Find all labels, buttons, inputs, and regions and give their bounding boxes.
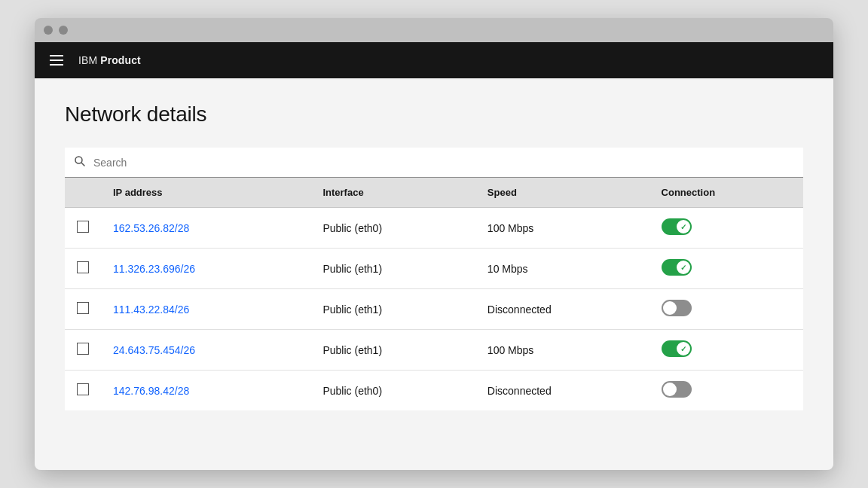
row-speed-cell: 10 Mbps: [475, 249, 649, 289]
ip-link[interactable]: 142.76.98.42/28: [113, 385, 189, 397]
ip-link[interactable]: 24.643.75.454/26: [113, 344, 195, 356]
row-ip-cell: 142.76.98.42/28: [101, 371, 310, 411]
app-window: IBM Product Network details IP address I…: [35, 18, 833, 470]
row-connection-cell: [649, 289, 803, 330]
page-title: Network details: [65, 102, 803, 127]
nav-title-bold: Product: [100, 54, 141, 66]
ip-link[interactable]: 111.43.22.84/26: [113, 303, 189, 316]
toggle-knob: ✓: [677, 220, 690, 233]
row-checkbox-cell: [65, 289, 101, 330]
app-title: IBM Product: [78, 54, 141, 66]
col-header-checkbox: [65, 178, 101, 208]
col-header-ip: IP address: [101, 178, 310, 208]
ip-link[interactable]: 162.53.26.82/28: [113, 222, 189, 234]
row-checkbox-cell: [65, 208, 101, 249]
table-row: 24.643.75.454/26Public (eth1)100 Mbps✓: [65, 330, 803, 371]
connection-toggle[interactable]: ✓: [662, 218, 692, 235]
window-chrome: [35, 18, 833, 42]
col-header-interface: Interface: [310, 178, 475, 208]
toggle-knob: ✓: [677, 261, 690, 274]
row-checkbox-cell: [65, 371, 101, 411]
row-ip-cell: 111.43.22.84/26: [101, 289, 310, 330]
row-connection-cell: ✓: [649, 208, 803, 249]
network-table: IP address Interface Speed Connection 16…: [65, 178, 803, 410]
ip-link[interactable]: 11.326.23.696/26: [113, 263, 195, 275]
row-ip-cell: 11.326.23.696/26: [101, 249, 310, 289]
toggle-knob: [663, 383, 677, 396]
row-interface-cell: Public (eth0): [310, 208, 475, 249]
row-checkbox[interactable]: [77, 343, 89, 355]
row-checkbox-cell: [65, 249, 101, 289]
toggle-knob: ✓: [677, 342, 690, 355]
toggle-knob: [663, 301, 677, 315]
row-interface-cell: Public (eth1): [310, 249, 475, 289]
row-speed-cell: 100 Mbps: [475, 330, 649, 371]
row-checkbox[interactable]: [77, 383, 89, 395]
svg-line-1: [82, 163, 85, 166]
row-connection-cell: [649, 371, 803, 411]
toggle-check-icon: ✓: [680, 223, 686, 231]
table-row: 142.76.98.42/28Public (eth0)Disconnected: [65, 371, 803, 411]
svg-point-0: [75, 157, 82, 163]
connection-toggle[interactable]: [662, 381, 692, 398]
row-interface-cell: Public (eth0): [310, 371, 475, 411]
search-input[interactable]: [93, 157, 794, 169]
main-content: Network details IP address Interface Spe…: [35, 78, 833, 470]
row-checkbox[interactable]: [77, 302, 89, 314]
row-checkbox[interactable]: [77, 221, 89, 233]
row-checkbox[interactable]: [77, 261, 89, 273]
connection-toggle[interactable]: ✓: [662, 259, 692, 276]
hamburger-menu-button[interactable]: [47, 52, 66, 69]
row-speed-cell: 100 Mbps: [475, 208, 649, 249]
row-ip-cell: 162.53.26.82/28: [101, 208, 310, 249]
row-connection-cell: ✓: [649, 330, 803, 371]
row-checkbox-cell: [65, 330, 101, 371]
search-icon: [74, 155, 86, 169]
table-row: 11.326.23.696/26Public (eth1)10 Mbps✓: [65, 249, 803, 289]
row-connection-cell: ✓: [649, 249, 803, 289]
chrome-dot-1: [44, 26, 53, 35]
table-row: 162.53.26.82/28Public (eth0)100 Mbps✓: [65, 208, 803, 249]
row-interface-cell: Public (eth1): [310, 289, 475, 330]
connection-toggle[interactable]: ✓: [662, 340, 692, 357]
col-header-connection: Connection: [649, 178, 803, 208]
table-header-row: IP address Interface Speed Connection: [65, 178, 803, 208]
connection-toggle[interactable]: [662, 300, 692, 316]
chrome-dot-2: [59, 26, 68, 35]
table-row: 111.43.22.84/26Public (eth1)Disconnected: [65, 289, 803, 330]
search-bar: [65, 148, 803, 178]
nav-title-regular: IBM: [78, 54, 100, 66]
col-header-speed: Speed: [475, 178, 649, 208]
row-speed-cell: Disconnected: [475, 289, 649, 330]
row-ip-cell: 24.643.75.454/26: [101, 330, 310, 371]
navbar: IBM Product: [35, 42, 833, 78]
toggle-check-icon: ✓: [680, 264, 686, 272]
row-speed-cell: Disconnected: [475, 371, 649, 411]
row-interface-cell: Public (eth1): [310, 330, 475, 371]
toggle-check-icon: ✓: [680, 345, 686, 353]
